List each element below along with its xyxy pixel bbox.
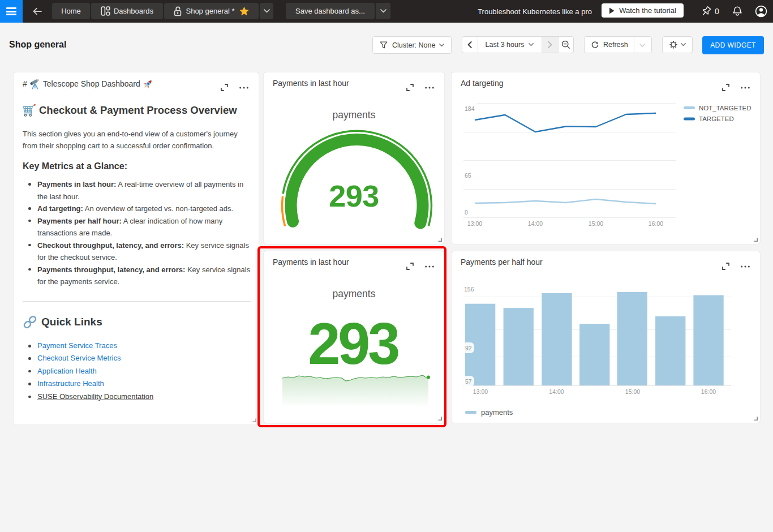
svg-text:92: 92 bbox=[465, 345, 472, 351]
svg-text:15:00: 15:00 bbox=[625, 388, 640, 395]
svg-text:13:00: 13:00 bbox=[467, 220, 482, 227]
svg-text:0: 0 bbox=[465, 209, 468, 216]
svg-text:65: 65 bbox=[465, 172, 471, 179]
svg-text:14:00: 14:00 bbox=[549, 388, 564, 395]
svg-text:184: 184 bbox=[465, 105, 475, 112]
svg-text:156: 156 bbox=[464, 286, 474, 293]
svg-text:14:00: 14:00 bbox=[528, 220, 543, 227]
svg-text:13:00: 13:00 bbox=[473, 388, 488, 395]
svg-text:NOT_TARGETED: NOT_TARGETED bbox=[699, 105, 751, 111]
svg-text:16:00: 16:00 bbox=[649, 220, 663, 227]
svg-text:16:00: 16:00 bbox=[701, 388, 716, 395]
svg-text:57: 57 bbox=[465, 378, 472, 385]
svg-text:TARGETED: TARGETED bbox=[699, 115, 734, 122]
svg-text:15:00: 15:00 bbox=[589, 220, 603, 227]
svg-text:payments: payments bbox=[481, 408, 513, 417]
